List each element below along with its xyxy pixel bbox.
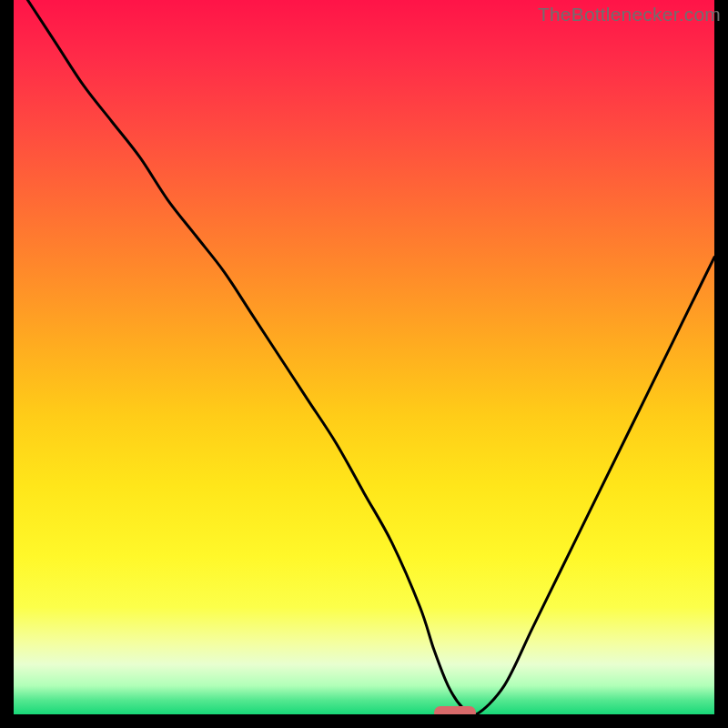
chart-frame: TheBottlenecker.com bbox=[0, 0, 728, 728]
bottleneck-curve bbox=[14, 0, 714, 714]
watermark-text: TheBottlenecker.com bbox=[538, 4, 721, 25]
optimal-point-marker bbox=[434, 706, 476, 714]
plot-area bbox=[14, 0, 714, 714]
